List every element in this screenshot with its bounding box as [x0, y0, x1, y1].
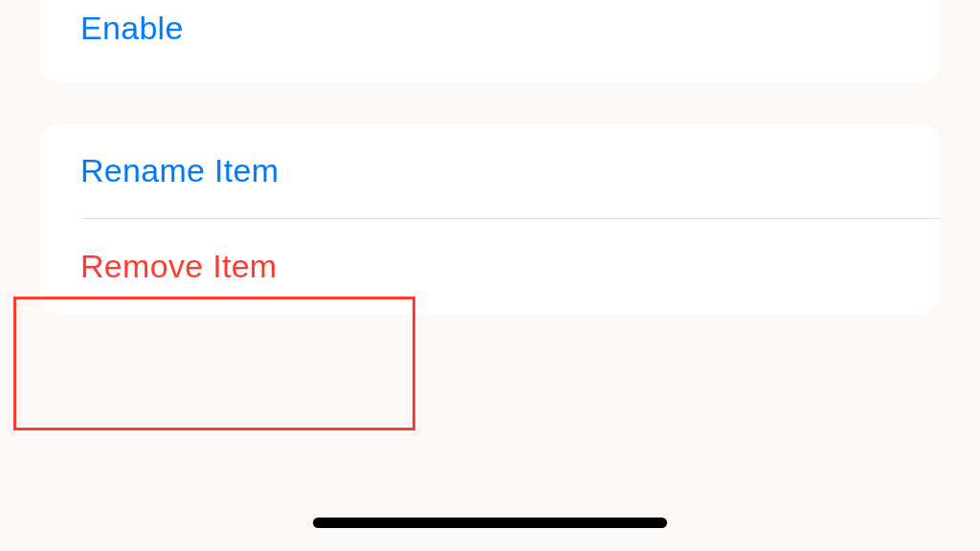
rename-item-button[interactable]: Rename Item: [40, 123, 940, 218]
home-indicator[interactable]: [313, 518, 667, 528]
highlight-annotation: [13, 297, 415, 430]
enable-button[interactable]: Enable: [40, 0, 940, 76]
section-gap: [0, 83, 980, 123]
remove-item-button[interactable]: Remove Item: [40, 219, 940, 314]
settings-section-1: Enable: [40, 0, 940, 83]
settings-section-2: Rename Item Remove Item: [40, 123, 940, 314]
